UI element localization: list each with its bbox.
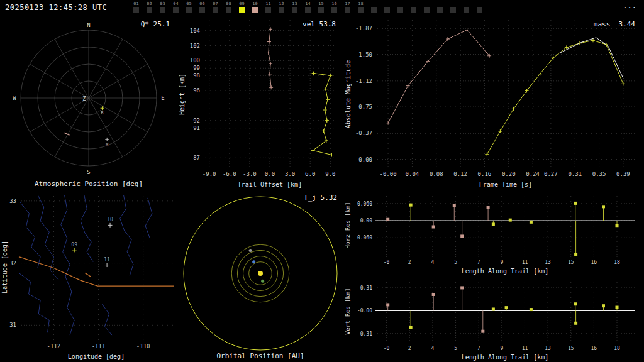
frame-button-empty-20[interactable] [394, 1, 407, 13]
frame-button-empty-22[interactable] [420, 1, 433, 13]
overflow-menu[interactable]: ... [623, 1, 636, 10]
svg-text:-0.00: -0.00 [357, 218, 372, 224]
frame-thumbnail [331, 7, 337, 13]
frame-number: 16 [331, 1, 336, 6]
frame-thumbnail [252, 7, 258, 13]
frame-button-05[interactable]: 05 [182, 1, 196, 13]
frame-button-04[interactable]: 04 [169, 1, 182, 13]
svg-text:16: 16 [591, 346, 597, 351]
svg-text:-0.75: -0.75 [355, 104, 372, 110]
svg-text:11: 11 [104, 257, 110, 263]
frame-button-15[interactable]: 15 [314, 1, 328, 13]
svg-text:-3.0: -3.0 [243, 171, 257, 177]
frame-button-06[interactable]: 06 [196, 1, 209, 13]
svg-text:33: 33 [9, 198, 16, 204]
height-profile-chart: -9.0-6.0-3.00.03.06.09.08791929698991001… [177, 15, 343, 190]
frame-thumbnail [199, 7, 205, 13]
frame-button-empty-18[interactable] [367, 1, 380, 13]
svg-text:mass -3.44: mass -3.44 [594, 20, 636, 28]
frame-button-10[interactable]: 10 [248, 1, 262, 13]
svg-text:vel 53.8: vel 53.8 [303, 20, 336, 28]
frame-number: 08 [226, 1, 231, 6]
timestamp: 20250123 12:45:28 UTC [5, 3, 107, 12]
frame-number: 13 [292, 1, 297, 6]
frame-thumbnail [213, 7, 218, 13]
svg-text:0.24: 0.24 [526, 171, 540, 177]
frame-button-12[interactable]: 12 [275, 1, 288, 13]
svg-text:0.12: 0.12 [453, 171, 467, 177]
ground-track-chart: -112-111-110313233Longitude [deg]Latitud… [0, 190, 177, 362]
svg-text:N: N [87, 22, 90, 28]
frame-number: 15 [318, 1, 323, 6]
svg-text:Length Along Trail [km]: Length Along Trail [km] [462, 268, 548, 275]
svg-text:96: 96 [193, 87, 200, 94]
meteor-analysis-app: 20250123 12:45:28 UTC 010203040506070809… [0, 0, 644, 362]
svg-text:Z: Z [82, 96, 86, 102]
frame-thumbnail [424, 7, 430, 13]
svg-text:15: 15 [568, 260, 574, 265]
svg-text:10: 10 [107, 217, 113, 222]
frame-button-empty-24[interactable] [447, 1, 460, 13]
frame-button-11[interactable]: 11 [262, 1, 275, 13]
svg-text:Q* 25.1: Q* 25.1 [141, 20, 170, 28]
svg-text:6.0: 6.0 [305, 171, 315, 177]
svg-text:0.08: 0.08 [430, 171, 443, 177]
frame-button-17[interactable]: 17 [341, 1, 354, 13]
frame-button-03[interactable]: 03 [156, 1, 169, 13]
frame-button-16[interactable]: 16 [328, 1, 341, 13]
svg-text:-0: -0 [384, 346, 390, 351]
svg-text:-112: -112 [47, 343, 61, 349]
frame-thumbnail [305, 7, 311, 13]
svg-text:102: 102 [190, 43, 200, 49]
svg-text:0.16: 0.16 [478, 171, 492, 177]
frame-number: 18 [358, 1, 363, 6]
frame-button-18[interactable]: 18 [354, 1, 367, 13]
frame-button-09[interactable]: 09 [235, 1, 248, 13]
vertical-residuals-panel: 0.31-0.00-0.31-0245791113151618Length Al… [343, 276, 644, 362]
frame-button-empty-26[interactable] [473, 1, 486, 13]
svg-text:11: 11 [522, 346, 528, 351]
orbital-position-chart: T_j 5.32 [177, 190, 343, 362]
frame-button-empty-21[interactable] [407, 1, 420, 13]
svg-text:87: 87 [193, 155, 200, 161]
svg-text:104: 104 [190, 28, 200, 34]
svg-text:0.27: 0.27 [544, 171, 558, 177]
svg-text:-0.37: -0.37 [355, 130, 372, 136]
svg-text:5: 5 [454, 260, 457, 265]
svg-text:2: 2 [408, 260, 411, 265]
orbital-position-panel: T_j 5.32 Orbital Position [AU] [177, 190, 343, 362]
svg-text:91: 91 [193, 125, 200, 131]
frame-button-empty-23[interactable] [433, 1, 447, 13]
frame-number: 11 [265, 1, 270, 6]
svg-text:Frame Time [s]: Frame Time [s] [479, 181, 532, 188]
svg-text:100: 100 [190, 57, 200, 63]
svg-text:E: E [161, 95, 164, 101]
frame-button-02[interactable]: 02 [143, 1, 156, 13]
frame-button-14[interactable]: 14 [301, 1, 314, 13]
svg-text:-1.87: -1.87 [355, 25, 372, 31]
frame-button-07[interactable]: 07 [209, 1, 222, 13]
frame-thumbnail [265, 7, 271, 13]
frame-button-01[interactable]: 01 [130, 1, 143, 13]
svg-text:0.35: 0.35 [592, 171, 606, 177]
frame-thumbnail [147, 7, 152, 13]
frame-button-13[interactable]: 13 [288, 1, 301, 13]
frame-number: 04 [173, 1, 178, 6]
svg-text:13: 13 [545, 346, 551, 351]
frame-button-empty-19[interactable] [380, 1, 394, 13]
frame-button-08[interactable]: 08 [222, 1, 235, 13]
svg-text:3.0: 3.0 [285, 171, 295, 177]
svg-text:Vert Res [km]: Vert Res [km] [344, 288, 351, 334]
frame-thumbnail [279, 7, 284, 13]
frame-button-empty-25[interactable] [460, 1, 473, 13]
svg-text:0.31: 0.31 [568, 171, 582, 177]
light-curve-chart: -0.000.040.080.120.160.200.240.270.310.3… [343, 15, 644, 190]
svg-text:R: R [101, 111, 104, 116]
svg-text:18: 18 [614, 346, 620, 351]
svg-text:T_j 5.32: T_j 5.32 [304, 194, 337, 202]
svg-text:Absolute Magnitude: Absolute Magnitude [345, 60, 352, 128]
frame-number: 06 [199, 1, 204, 6]
svg-text:11: 11 [522, 260, 528, 265]
svg-text:-0: -0 [384, 260, 390, 265]
svg-text:15: 15 [568, 346, 574, 351]
